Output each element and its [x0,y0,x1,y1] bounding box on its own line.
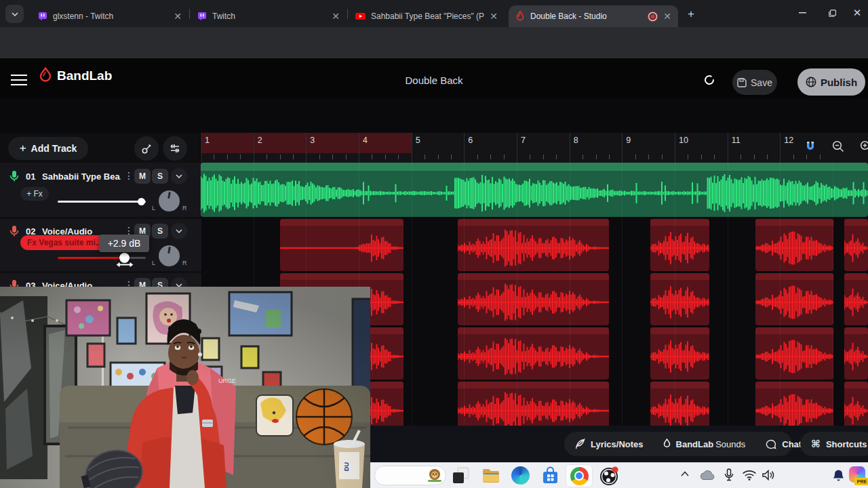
taskbar-app-squares[interactable] [452,466,470,485]
tab-close-icon[interactable]: ✕ [174,12,182,21]
window-maximize-button[interactable] [819,0,845,26]
audio-clip-vocal[interactable] [755,219,833,271]
ruler-bar-number: 9 [626,136,631,145]
mixer-button[interactable] [163,136,187,161]
tab-search-button[interactable] [5,5,24,23]
window-minimize-button[interactable] [789,0,815,26]
clip-header[interactable] [650,382,709,388]
audio-clip-vocal[interactable] [844,382,868,426]
audio-clip-vocal[interactable] [844,273,868,325]
clip-header[interactable] [844,273,868,280]
clip-header[interactable] [458,382,609,388]
add-fx-button[interactable]: + Fx [20,187,49,201]
audio-clip-vocal[interactable] [458,219,609,271]
clip-header[interactable] [458,219,609,226]
publish-button[interactable]: Publish [797,68,865,96]
clip-header[interactable] [844,327,868,334]
clip-header[interactable] [650,327,709,334]
window-close-button[interactable]: ✕ [846,0,868,26]
track-volume-slider-fill[interactable] [58,257,124,259]
tab-close-icon[interactable]: ✕ [332,12,340,21]
zoom-out-button[interactable] [829,138,847,155]
audio-clip-vocal[interactable] [755,382,833,426]
audio-clip-vocal[interactable] [280,219,403,271]
taskbar-chrome-active[interactable] [566,464,593,487]
clip-header[interactable] [280,219,403,226]
clip-header[interactable] [844,219,868,226]
notification-bell-icon[interactable] [833,469,844,482]
clip-header[interactable] [755,382,833,388]
clip-header[interactable] [650,273,709,280]
clip-header[interactable] [844,382,868,388]
clip-header[interactable] [755,273,833,280]
audio-clip-vocal[interactable] [650,219,709,271]
ruler-tick [240,155,241,159]
tray-wifi-icon[interactable] [742,470,757,481]
ruler-tick [648,155,649,159]
pan-knob[interactable] [159,190,180,211]
audio-clip-vocal[interactable] [755,327,833,380]
pan-knob[interactable] [159,245,180,266]
browser-tab-glxstenn[interactable]: glxstenn - Twitch ✕ [31,5,189,27]
mic-icon-green [9,170,19,182]
clip-header[interactable] [458,273,609,280]
track-collapse-button[interactable] [171,223,187,239]
solo-button[interactable]: S [152,169,168,184]
audio-clip-vocal[interactable] [458,273,609,325]
snap-magnet-button[interactable] [802,138,819,155]
tray-speaker-icon[interactable] [762,470,776,481]
browser-tab-youtube[interactable]: Sahbabii Type Beat "Pieces" (Pr ✕ [349,5,505,27]
sounds-brand-label: BandLab [676,439,714,449]
audio-clip-vocal[interactable] [650,273,709,325]
taskbar-store[interactable] [541,466,559,485]
audio-clip-beat[interactable] [201,163,868,217]
bandlab-sounds-button[interactable]: BandLabSounds [653,432,755,456]
tab-close-icon[interactable]: ✕ [663,12,671,21]
add-track-button[interactable]: + Add Track [8,137,88,160]
ruler-tick [583,155,583,159]
browser-tab-twitch[interactable]: Twitch ✕ [191,5,347,27]
lyrics-notes-label: Lyrics/Notes [591,439,644,449]
studio-header: BandLab Double Back Save Publish [0,58,868,98]
tab-close-icon[interactable]: ✕ [490,12,498,21]
zoom-in-button[interactable] [857,138,868,155]
clip-header[interactable] [755,327,833,334]
track-row-01[interactable]: 01 Sahbabii Type Bea... ⋮ M S + Fx L R [0,163,201,217]
taskbar-edge[interactable] [511,466,530,485]
track-row-02[interactable]: 02 Voice/Audio ⋮ M S Fx Vegas suite mi..… [0,219,201,271]
timeline-ruler[interactable]: 123456789101112 [201,133,868,163]
track-volume-handle[interactable] [138,198,145,205]
audio-clip-vocal[interactable] [458,382,609,426]
track-volume-slider[interactable] [58,201,146,203]
tray-mic-icon[interactable] [724,468,734,482]
lyrics-notes-button[interactable]: Lyrics/Notes [564,432,653,456]
tray-chevron-icon[interactable] [681,471,689,476]
clip-header[interactable] [650,219,709,226]
clip-header[interactable] [755,219,833,226]
audio-clip-vocal[interactable] [844,219,868,271]
clip-header[interactable] [201,163,868,171]
browser-tab-studio-active[interactable]: Double Back - Studio ✕ [509,5,678,27]
ruler-tick [372,155,372,159]
audio-clip-vocal[interactable] [844,327,868,380]
shortcuts-button[interactable]: ⌘ Shortcuts [800,432,868,456]
onedrive-icon[interactable] [698,469,716,481]
taskbar-search-box[interactable] [374,466,446,485]
taskbar-obs[interactable] [599,466,620,486]
audio-clip-vocal[interactable] [650,382,709,426]
mute-button[interactable]: M [134,169,151,184]
save-button[interactable]: Save [732,70,777,95]
new-tab-button[interactable]: + [684,7,698,22]
taskbar-file-explorer[interactable] [481,466,500,485]
clip-header[interactable] [458,327,609,334]
bar-line [570,133,570,163]
track-collapse-button[interactable] [171,168,187,184]
clip-header[interactable] [280,273,403,280]
audio-clip-vocal[interactable] [755,273,833,325]
audio-clip-vocal[interactable] [650,327,709,380]
solo-button[interactable]: S [152,224,168,239]
ruler-tick [425,155,425,159]
audio-clip-vocal[interactable] [458,327,609,380]
track-menu-icon[interactable]: ⋮ [124,170,134,181]
automation-button[interactable] [134,136,159,161]
